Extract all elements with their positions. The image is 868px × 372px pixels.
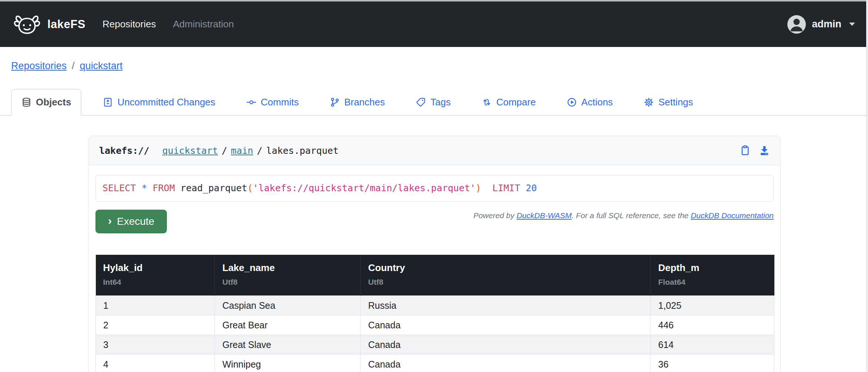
cell: 1 xyxy=(96,296,215,315)
database-icon xyxy=(21,97,31,107)
tag-icon xyxy=(416,97,426,107)
breadcrumb-repositories[interactable]: Repositories xyxy=(11,60,67,72)
duckdb-wasm-link[interactable]: DuckDB-WASM xyxy=(517,211,572,220)
cell: 2 xyxy=(96,315,215,335)
tab-label: Objects xyxy=(36,97,71,108)
brand-name: lakeFS xyxy=(47,18,85,31)
execute-button[interactable]: › Execute xyxy=(95,210,167,233)
table-row: 3 Great Slave Canada 614 xyxy=(96,335,774,355)
object-actions xyxy=(740,145,770,156)
object-path-bar: lakefs:// quickstart / main / lakes.parq… xyxy=(89,136,780,165)
user-name: admin xyxy=(812,18,841,30)
cell: Russia xyxy=(361,296,651,315)
tab-label: Uncommitted Changes xyxy=(117,97,215,108)
sql-token: LIMIT xyxy=(492,183,520,193)
cell: Great Bear xyxy=(215,315,361,335)
cell: 1,025 xyxy=(651,296,774,315)
branch-icon xyxy=(330,97,340,107)
nav-links: Repositories Administration xyxy=(102,18,234,30)
tab-settings[interactable]: Settings xyxy=(634,89,703,115)
top-navbar: lakeFS Repositories Administration admin xyxy=(0,1,868,47)
compare-icon xyxy=(482,97,492,107)
tab-label: Actions xyxy=(581,97,613,108)
table-row: 2 Great Bear Canada 446 xyxy=(96,315,774,335)
sql-footer-row: › Execute Powered by DuckDB-WASM. For a … xyxy=(95,210,774,233)
table-row: 1 Caspian Sea Russia 1,025 xyxy=(96,296,774,315)
path-separator: / xyxy=(218,145,231,156)
file-diff-icon xyxy=(103,97,113,107)
table-header-row: Hylak_id Int64 Lake_name Utf8 Country Ut… xyxy=(96,255,774,296)
cell: Canada xyxy=(361,355,651,372)
commit-icon xyxy=(246,97,256,107)
cell: Caspian Sea xyxy=(215,296,361,315)
tab-uncommitted-changes[interactable]: Uncommitted Changes xyxy=(93,89,225,115)
tab-label: Compare xyxy=(496,97,536,108)
tab-label: Branches xyxy=(344,97,385,108)
tab-objects[interactable]: Objects xyxy=(11,89,81,116)
sql-token: ( xyxy=(247,183,253,193)
nav-link-administration[interactable]: Administration xyxy=(173,18,234,30)
breadcrumb-quickstart[interactable]: quickstart xyxy=(80,60,123,72)
tab-label: Commits xyxy=(261,97,299,108)
object-viewer-card: lakefs:// quickstart / main / lakes.parq… xyxy=(88,136,781,372)
table-row: 4 Winnipeg Canada 36 xyxy=(96,355,774,372)
cell: 446 xyxy=(651,315,774,335)
path-scheme: lakefs:// xyxy=(99,145,149,156)
cell: Canada xyxy=(361,315,651,335)
column-header-depth-m: Depth_m Float64 xyxy=(651,255,774,296)
gear-icon xyxy=(644,97,654,107)
tab-label: Settings xyxy=(658,97,693,108)
cell: Canada xyxy=(361,335,651,355)
nav-link-repositories[interactable]: Repositories xyxy=(102,18,156,30)
execute-label: Execute xyxy=(117,216,154,227)
window-top-edge xyxy=(0,0,868,1)
window-right-edge xyxy=(866,0,868,372)
column-header-hylak-id: Hylak_id Int64 xyxy=(96,255,215,296)
breadcrumb-separator: / xyxy=(72,60,75,72)
sql-editor[interactable]: SELECT * FROM read_parquet('lakefs://qui… xyxy=(95,175,774,202)
user-menu[interactable]: admin xyxy=(787,15,855,34)
powered-by-note: Powered by DuckDB-WASM. For a full SQL r… xyxy=(473,211,774,220)
copy-icon[interactable] xyxy=(740,145,751,156)
duckdb-docs-link[interactable]: DuckDB Documentation xyxy=(691,211,774,220)
tab-branches[interactable]: Branches xyxy=(320,89,394,115)
avatar xyxy=(787,15,806,34)
tab-compare[interactable]: Compare xyxy=(472,89,545,115)
sql-token: FROM xyxy=(153,183,175,193)
repo-tabs: Objects Uncommitted Changes Commits xyxy=(0,89,868,116)
sql-token: SELECT xyxy=(102,183,136,193)
tab-commits[interactable]: Commits xyxy=(237,89,309,115)
sql-token: read_parquet xyxy=(175,183,248,193)
cell: 36 xyxy=(651,355,774,372)
path-ref-link[interactable]: main xyxy=(231,145,253,156)
sql-token: 20 xyxy=(526,183,537,193)
tab-tags[interactable]: Tags xyxy=(406,89,460,115)
person-icon xyxy=(787,15,806,34)
cell: 614 xyxy=(651,335,774,355)
column-header-lake-name: Lake_name Utf8 xyxy=(215,255,361,296)
caret-down-icon xyxy=(849,21,855,28)
cell: Winnipeg xyxy=(215,355,361,372)
query-results-table: Hylak_id Int64 Lake_name Utf8 Country Ut… xyxy=(95,255,774,372)
brand[interactable]: lakeFS xyxy=(13,13,85,36)
download-icon[interactable] xyxy=(759,145,770,156)
path-filename: lakes.parquet xyxy=(266,145,339,156)
play-circle-icon xyxy=(567,97,577,107)
cell: Great Slave xyxy=(215,335,361,355)
sql-token: 'lakefs://quickstart/main/lakes.parquet' xyxy=(253,183,475,193)
cell: 3 xyxy=(96,335,215,355)
sql-token: ) xyxy=(476,183,481,193)
column-header-country: Country Utf8 xyxy=(361,255,651,296)
chevron-right-icon: › xyxy=(108,216,112,226)
lakefs-axolotl-logo-icon xyxy=(13,13,41,36)
path-separator: / xyxy=(253,145,266,156)
tab-label: Tags xyxy=(430,97,451,108)
tab-actions[interactable]: Actions xyxy=(557,89,622,115)
path-repo-link[interactable]: quickstart xyxy=(162,145,218,156)
object-viewer-body: SELECT * FROM read_parquet('lakefs://qui… xyxy=(89,165,780,372)
breadcrumb: Repositories / quickstart xyxy=(11,60,868,72)
cell: 4 xyxy=(96,355,215,372)
sql-token: * xyxy=(141,183,147,193)
